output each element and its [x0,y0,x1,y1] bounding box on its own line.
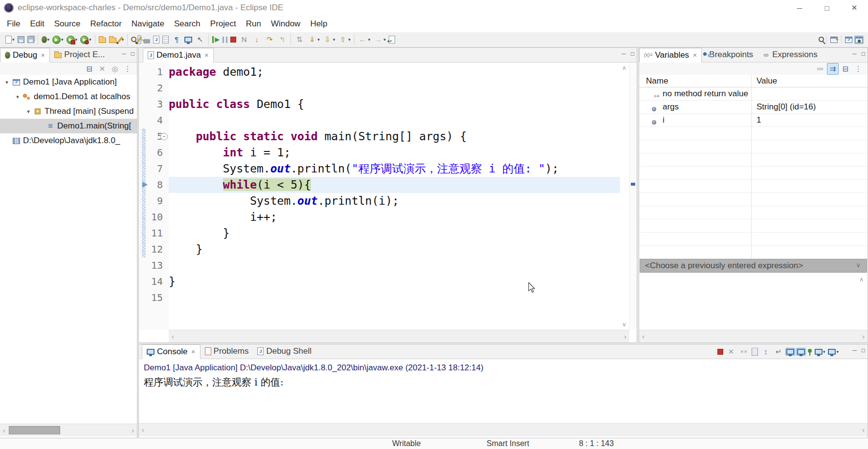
close-icon[interactable]: ✕ [41,52,45,59]
chevron-down-icon[interactable]: ▾ [61,37,64,42]
debug-button[interactable]: ▾ [41,35,51,44]
java-perspective-button[interactable]: J [844,36,853,44]
run-button[interactable]: ▶▾ [51,35,65,45]
menu-item-project[interactable]: Project [205,16,241,32]
column-divider[interactable] [751,75,752,259]
scroll-lock-button[interactable]: ↕ [760,346,772,358]
new-class-button[interactable]: J [152,35,160,44]
menu-item-navigate[interactable]: Navigate [127,16,169,32]
editor-vscrollbar[interactable]: ∧ ∨ [620,63,629,330]
pause-button[interactable] [222,36,228,44]
tree-item-1[interactable]: ▾demo1.Demo1 at localhos [0,89,137,104]
menu-item-search[interactable]: Search [169,16,205,32]
variable-row-no method return value[interactable]: ↦no method return value [639,87,868,101]
chevron-down-icon[interactable]: ▾ [317,37,320,42]
maximize-view-icon[interactable]: □ [862,347,865,354]
scroll-right-icon[interactable]: › [132,427,134,434]
tab-project-explorer[interactable]: Project E... [50,47,109,62]
tab-breakpoints[interactable]: Breakpoints [702,47,757,62]
save-all-button[interactable] [26,35,35,44]
scroll-left-icon[interactable]: ‹ [142,426,144,434]
code-line-14[interactable]: 14} [139,274,620,290]
code-line-9[interactable]: 9 System.out.println(i); [139,193,620,209]
chevron-down-icon[interactable]: ▾ [89,37,91,42]
tab-problems[interactable]: Problems [200,344,253,359]
code-line-8[interactable]: 8 while(i < 5){ [139,177,620,193]
scroll-left-icon[interactable]: ‹ [642,333,645,341]
tab-variables[interactable]: (x)= Variables ✕ [639,48,702,63]
code-line-13[interactable]: 13 [139,257,620,274]
tree-item-2[interactable]: ▾Thread [main] (Suspend [0,104,137,119]
menu-item-source[interactable]: Source [49,16,86,32]
tab-console[interactable]: Console ✕ [142,344,200,359]
debug-perspective-button[interactable] [854,36,864,44]
open-perspective-button[interactable] [829,36,839,44]
link-with-editor-button[interactable]: ↖ [194,34,206,45]
pin-console-button[interactable] [807,350,813,354]
scroll-down-icon[interactable]: ∨ [622,321,626,328]
column-name[interactable]: Name [646,76,668,86]
collapse-all-button[interactable]: ⊟ [84,63,95,75]
scroll-up-icon[interactable]: ∧ [622,64,626,71]
column-value[interactable]: Value [757,76,777,86]
chevron-down-icon[interactable]: ▾ [383,37,386,42]
code-line-1[interactable]: 1package demo1; [139,64,620,80]
remove-all-launches-button[interactable]: ✕✕ [738,346,750,358]
filter-button[interactable]: ◎ [109,63,121,75]
terminate-console-button[interactable] [716,348,724,356]
word-wrap-button[interactable]: ↵ [773,346,784,358]
view-menu-button[interactable]: ⋮ [122,63,134,75]
tree-item-3[interactable]: ≡Demo1.main(String[ [0,119,137,133]
scroll-up-icon[interactable]: ∧ [859,276,864,283]
disconnect-button[interactable]: N [238,34,250,45]
maximize-view-icon[interactable]: □ [631,50,634,57]
save-button[interactable] [17,35,25,44]
show-type-names-button[interactable]: ≔ [814,63,826,75]
scroll-right-icon[interactable]: › [624,333,626,341]
code-line-5[interactable]: 5− public static void main(String[] args… [139,128,620,145]
tab-expressions[interactable]: ∞ Expressions [757,47,822,62]
menu-item-edit[interactable]: Edit [25,16,49,32]
menu-item-refactor[interactable]: Refactor [86,16,127,32]
show-logical-structures-button[interactable]: ⇉ [827,63,839,75]
expression-combo[interactable]: <Choose a previously entered expression>… [640,259,867,273]
fold-collapse-icon[interactable]: − [160,133,168,140]
step-return-button[interactable]: ↰ [276,34,288,45]
minimize-view-icon[interactable]: ─ [852,50,857,57]
chevron-down-icon[interactable]: ▾ [333,37,335,42]
debug-hscrollbar[interactable]: ‹ › [0,424,137,436]
code-line-6[interactable]: 6 int i = 1; [139,145,620,161]
code-line-3[interactable]: 3public class Demo1 { [139,96,620,112]
code-line-12[interactable]: 12 } [139,241,620,257]
show-whitespace-button[interactable]: ¶ [171,34,182,45]
maximize-view-icon[interactable]: □ [131,50,134,57]
back-button[interactable]: ←▾ [357,34,372,45]
step-over-button[interactable]: ↷ [264,34,275,45]
search-button[interactable] [818,37,824,43]
coverage-button[interactable]: ▶▾ [66,35,79,45]
code-line-4[interactable]: 4 [139,112,620,128]
open-console-button[interactable]: ▾ [827,348,840,356]
tree-item-0[interactable]: ▾JDemo1 [Java Application] [0,75,137,89]
open-folder-button[interactable] [98,35,107,44]
instruction-pointer-button[interactable]: ⇓▾ [306,34,321,45]
terminate-button[interactable] [229,36,237,43]
code-editor[interactable]: 1package demo1;23public class Demo1 {45−… [139,63,620,330]
variable-row-args[interactable]: argsString[0] (id=16) [639,101,868,114]
chevron-down-icon[interactable]: ▾ [368,37,371,42]
variable-row-i[interactable]: i1 [639,114,868,127]
forward-button[interactable]: →▾ [372,34,387,45]
externalize-strings-button[interactable] [142,35,151,44]
menu-item-help[interactable]: Help [305,16,332,32]
editor-hscrollbar[interactable]: ‹ › [169,330,629,342]
code-line-2[interactable]: 2 [139,80,620,96]
tree-item-4[interactable]: D:\Develop\Java\jdk1.8.0_ [0,133,137,148]
chevron-expanded-icon[interactable]: ▾ [13,89,22,104]
menu-item-file[interactable]: File [2,16,25,32]
scroll-left-icon[interactable]: ‹ [172,333,174,341]
variables-hscrollbar[interactable]: ‹ › [639,330,868,342]
chevron-down-icon[interactable]: ∨ [856,261,861,269]
chevron-down-icon[interactable]: ▾ [47,37,50,42]
console-hscrollbar[interactable]: ‹ › [139,423,868,436]
scroll-right-icon[interactable]: › [862,426,865,434]
